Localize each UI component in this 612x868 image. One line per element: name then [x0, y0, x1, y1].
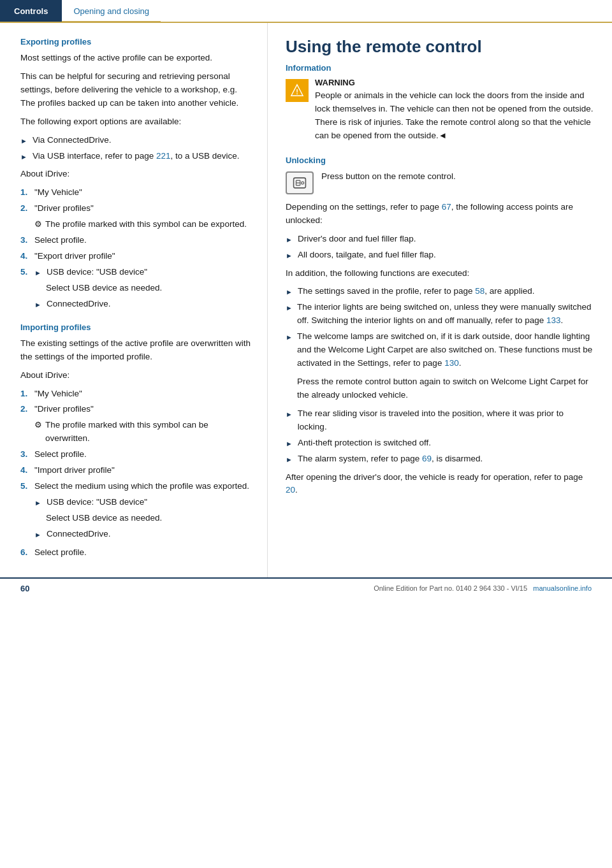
right-column: Using the remote control Information ! W… — [268, 23, 612, 577]
export-p1: Most settings of the active profile can … — [20, 52, 252, 65]
step-num-1: 1. — [20, 186, 34, 199]
unlock-bullet-1-text: Driver's door and fuel filler flap. — [298, 233, 416, 246]
step-5-usb-sub-text: Select USB device as needed. — [46, 282, 162, 295]
exporting-section: Exporting profiles Most settings of the … — [20, 37, 252, 314]
function-3-text: The welcome lamps are switched on, if it… — [297, 330, 594, 370]
function-6: ► The alarm system, refer to page 69, is… — [286, 452, 594, 466]
import-step-6: 6. Select profile. — [20, 546, 252, 560]
info-heading: Information — [286, 63, 594, 73]
footer: 60 Online Edition for Part no. 0140 2 96… — [0, 577, 612, 598]
import-step-5-spacer — [20, 496, 34, 544]
export-step-1: 1. "My Vehicle" — [20, 186, 252, 199]
functions-intro: In addition, the following functions are… — [286, 267, 594, 280]
export-heading: Exporting profiles — [20, 37, 252, 47]
remote-key-icon — [286, 171, 314, 194]
func-arrow-2: ► — [286, 303, 292, 314]
import-bullet-5b: ► — [34, 530, 41, 540]
step-5-list: ► USB device: "USB device" Select USB de… — [34, 266, 252, 311]
functions-list: ► The settings saved in the profile, ref… — [286, 285, 594, 370]
import-step-2-text: "Driver profiles" — [34, 403, 252, 416]
step-5-connected-text: ConnectedDrive. — [47, 298, 111, 311]
unlock-box: Press button on the remote control. — [286, 170, 594, 194]
content-wrapper: Exporting profiles Most settings of the … — [0, 23, 612, 577]
export-usb-link[interactable]: 221 — [156, 151, 171, 161]
func-6-link[interactable]: 69 — [422, 454, 432, 463]
after-open-link[interactable]: 20 — [286, 485, 295, 495]
import-step-2-sub: ⚙ The profile marked with this symbol ca… — [20, 419, 252, 445]
left-column: Exporting profiles Most settings of the … — [0, 23, 268, 577]
import-step-num-3: 3. — [20, 448, 34, 461]
tab-controls[interactable]: Controls — [0, 0, 62, 22]
import-heading: Importing profiles — [20, 322, 252, 332]
export-step-2-sub: ⚙ The profile marked with this symbol ca… — [20, 218, 252, 231]
func-arrow-4: ► — [286, 409, 293, 420]
import-step-5-list: ► USB device: "USB device" Select USB de… — [34, 496, 252, 541]
import-step-num-1: 1. — [20, 387, 34, 401]
step-4-text: "Export driver profile" — [34, 250, 252, 263]
export-option-1: ► Via ConnectedDrive. — [20, 134, 252, 147]
warning-triangle-icon: ! — [290, 83, 304, 98]
unlock-p1: Depending on the settings, refer to page… — [286, 201, 594, 228]
export-step-5: 5. ► USB device: "USB device" Select USB… — [20, 266, 252, 314]
step-5-connected: ► ConnectedDrive. — [34, 298, 252, 311]
main-heading: Using the remote control — [286, 37, 594, 57]
export-step-4: 4. "Export driver profile" — [20, 250, 252, 263]
unlock-instruction: Press button on the remote control. — [321, 170, 456, 184]
tab-opening[interactable]: Opening and closing — [62, 1, 161, 22]
step-3-text: Select profile. — [34, 234, 252, 247]
func-1-link[interactable]: 58 — [475, 286, 484, 296]
footer-site: manualsonline.info — [533, 584, 592, 592]
step-num-2: 2. — [20, 202, 34, 215]
import-step-2-sub-text: The profile marked with this symbol can … — [45, 419, 252, 445]
function-3: ► The welcome lamps are switched on, if … — [286, 330, 594, 370]
import-step-2: 2. "Driver profiles" — [20, 403, 252, 416]
func-arrow-3: ► — [286, 332, 292, 343]
export-steps-list: 1. "My Vehicle" 2. "Driver profiles" ⚙ T… — [20, 186, 252, 313]
gear-icon-1: ⚙ — [34, 218, 42, 231]
header-nav: Controls Opening and closing — [0, 0, 612, 23]
import-step-1-text: "My Vehicle" — [34, 387, 252, 401]
func-arrow-1: ► — [286, 287, 293, 298]
unlock-page-link[interactable]: 67 — [442, 202, 451, 212]
import-step-num-5: 5. — [20, 480, 34, 493]
import-step-5: 5. Select the medium using which the pro… — [20, 480, 252, 493]
gear-icon-2: ⚙ — [34, 419, 42, 445]
import-step-5-text: Select the medium using which the profil… — [34, 480, 252, 493]
import-step-1: 1. "My Vehicle" — [20, 387, 252, 401]
step-num-4: 4. — [20, 250, 34, 263]
import-step-5-usb-text: USB device: "USB device" — [47, 496, 147, 509]
unlock-bullet-1: ► Driver's door and fuel filler flap. — [286, 233, 594, 246]
function-6-text: The alarm system, refer to page 69, is d… — [298, 452, 483, 466]
import-step-5-subs: ► USB device: "USB device" Select USB de… — [20, 496, 252, 544]
function-1: ► The settings saved in the profile, ref… — [286, 285, 594, 298]
func-arrow-5: ► — [286, 438, 293, 449]
step-1-text: "My Vehicle" — [34, 186, 252, 199]
function-2: ► The interior lights are being switched… — [286, 301, 594, 328]
import-step-5-usb: ► USB device: "USB device" — [34, 496, 252, 509]
warning-icon: ! — [286, 79, 309, 102]
function-4: ► The rear sliding visor is traveled int… — [286, 407, 594, 434]
import-about-idrive: About iDrive: — [20, 369, 252, 382]
importing-section: Importing profiles The existing settings… — [20, 322, 252, 560]
import-bullet-5a: ► — [34, 498, 41, 509]
import-step-4-text: "Import driver profile" — [34, 464, 252, 477]
step-5-usb: ► USB device: "USB device" — [34, 266, 252, 279]
func-3-link[interactable]: 130 — [444, 358, 459, 368]
import-step-5-usb-sub-text: Select USB device as needed. — [46, 512, 162, 525]
func-arrow-6: ► — [286, 454, 293, 465]
step-2-sub-text: The profile marked with this symbol can … — [45, 218, 252, 231]
functions-list-2: ► The rear sliding visor is traveled int… — [286, 407, 594, 466]
export-option-2: ► Via USB interface, refer to page 221, … — [20, 150, 252, 163]
remote-key-svg — [293, 177, 307, 189]
import-step-num-4: 4. — [20, 464, 34, 477]
footer-edition: Online Edition for Part no. 0140 2 964 3… — [374, 584, 527, 592]
unlock-bullet-arrow-1: ► — [286, 235, 293, 245]
footer-text: Online Edition for Part no. 0140 2 964 3… — [374, 584, 592, 592]
bullet-arrow-1: ► — [20, 136, 27, 147]
function-4-text: The rear sliding visor is traveled into … — [298, 407, 594, 434]
import-steps-list: 1. "My Vehicle" 2. "Driver profiles" ⚙ T… — [20, 387, 252, 560]
function-5: ► Anti-theft protection is switched off. — [286, 437, 594, 450]
func-2-link[interactable]: 133 — [546, 315, 561, 325]
step-2-text: "Driver profiles" — [34, 202, 252, 215]
unlock-bullet-2: ► All doors, tailgate, and fuel filler f… — [286, 249, 594, 262]
